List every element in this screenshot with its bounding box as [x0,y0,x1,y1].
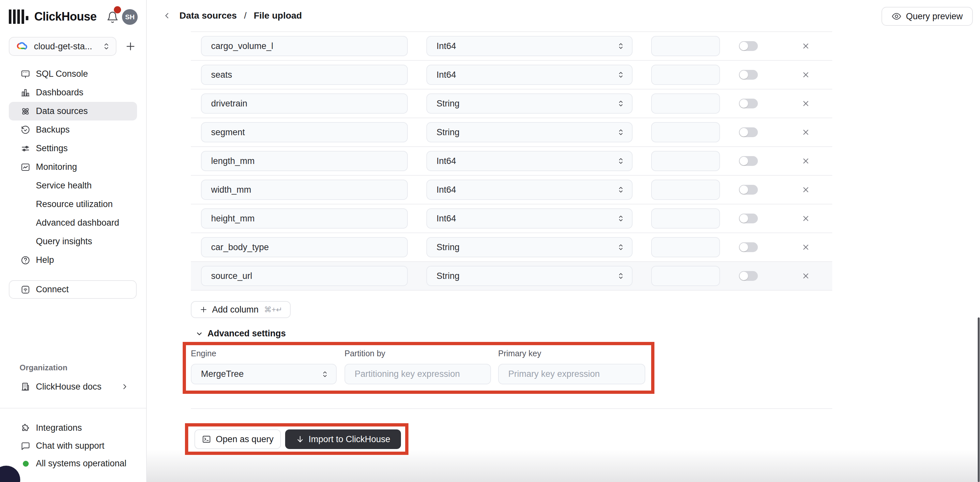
default-value-input[interactable] [651,36,720,56]
column-type-select[interactable]: Int64 [426,208,633,228]
column-toggle[interactable] [739,41,758,51]
column-toggle[interactable] [739,156,758,166]
column-type-select[interactable]: Int64 [426,151,633,171]
table-row: Int64 [191,61,832,89]
column-toggle[interactable] [739,185,758,195]
column-name-input[interactable] [201,36,408,56]
sidebar-item-integrations[interactable]: Integrations [9,419,138,437]
sidebar-item-dashboards[interactable]: Dashboards [9,83,137,102]
chevron-updown-icon [617,70,625,79]
column-toggle[interactable] [739,242,758,252]
column-type-select[interactable]: Int64 [426,180,633,200]
sidebar-item-query-insights[interactable]: Query insights [9,232,137,251]
default-value-input[interactable] [651,151,720,171]
toggle-knob [740,214,748,223]
remove-column-icon[interactable] [802,99,810,108]
column-toggle[interactable] [739,70,758,80]
column-type-select[interactable]: String [426,93,633,113]
clickhouse-logo[interactable]: ClickHouse [9,9,97,24]
sidebar-item-backups[interactable]: Backups [9,120,137,139]
sidebar-item-service-health[interactable]: Service health [9,176,137,195]
column-toggle[interactable] [739,214,758,223]
column-type-select[interactable]: String [426,266,633,286]
system-status[interactable]: All systems operational [9,455,138,472]
default-value-input[interactable] [651,122,720,142]
query-preview-label: Query preview [906,11,963,22]
sidebar-nav: SQL Console Dashboards Data sources Back… [9,65,137,270]
sidebar-item-label: Backups [36,125,70,135]
sidebar-item-label: Monitoring [36,162,77,172]
column-toggle[interactable] [739,271,758,281]
column-type-select[interactable]: String [426,237,633,257]
toggle-knob [740,157,748,165]
back-chevron-icon[interactable] [162,11,172,20]
add-service-button[interactable] [123,38,138,54]
remove-column-icon[interactable] [802,157,810,165]
columns-table: Int64 Int64 String [191,31,832,290]
partition-by-input[interactable] [345,364,491,385]
remove-column-icon[interactable] [802,243,810,251]
default-value-input[interactable] [651,237,720,257]
chevron-updown-icon [617,214,625,223]
vertical-scrollbar[interactable] [978,318,980,482]
avatar[interactable]: SH [122,9,138,25]
sidebar-item-label: Dashboards [36,88,84,97]
remove-column-icon[interactable] [802,214,810,223]
open-as-query-button[interactable]: Open as query [194,429,281,449]
table-row: Int64 [191,147,832,176]
column-name-input[interactable] [201,208,408,228]
default-value-input[interactable] [651,65,720,85]
column-type-value: Int64 [436,41,456,51]
remove-column-icon[interactable] [802,70,810,79]
column-name-input[interactable] [201,237,408,257]
sidebar-item-clickhouse-docs[interactable]: ClickHouse docs [9,377,138,396]
sidebar-item-data-sources[interactable]: Data sources [9,102,137,120]
default-value-input[interactable] [651,180,720,200]
footer-item-label: Integrations [36,423,82,433]
sidebar-item-label: Data sources [36,106,88,116]
connect-button[interactable]: Connect [9,280,137,299]
footer-item-label: Chat with support [36,441,104,451]
column-toggle[interactable] [739,128,758,137]
sidebar-item-settings[interactable]: Settings [9,139,137,158]
remove-column-icon[interactable] [802,272,810,280]
terminal-icon [202,434,212,444]
sidebar-item-advanced-dashboard[interactable]: Advanced dashboard [9,214,137,232]
query-preview-button[interactable]: Query preview [881,7,973,26]
remove-column-icon[interactable] [802,128,810,137]
sidebar-item-label: SQL Console [36,69,88,79]
column-type-select[interactable]: Int64 [426,36,633,56]
service-selector[interactable]: cloud-get-sta... [9,37,116,56]
table-row: String [191,118,832,147]
chevron-down-icon [195,329,204,338]
column-type-select[interactable]: String [426,122,633,142]
remove-column-icon[interactable] [802,42,810,50]
sidebar-item-resource-utilization[interactable]: Resource utilization [9,195,137,214]
column-name-input[interactable] [201,151,408,171]
column-name-input[interactable] [201,65,408,85]
engine-select[interactable]: MergeTree [191,364,337,385]
default-value-input[interactable] [651,93,720,113]
sidebar-item-chat-with-support[interactable]: Chat with support [9,437,138,455]
breadcrumb-data-sources[interactable]: Data sources [180,10,237,21]
column-type-select[interactable]: Int64 [426,65,633,85]
column-name-input[interactable] [201,93,408,113]
add-column-button[interactable]: Add column ⌘+↵ [191,301,291,318]
sidebar-item-help[interactable]: Help [9,251,137,270]
dashboards-icon [21,88,30,97]
column-name-input[interactable] [201,180,408,200]
sidebar-item-sql-console[interactable]: SQL Console [9,65,137,83]
default-value-input[interactable] [651,208,720,228]
column-name-input[interactable] [201,122,408,142]
default-value-input[interactable] [651,266,720,286]
primary-key-input[interactable] [498,364,645,385]
column-name-input[interactable] [201,266,408,286]
sidebar: ClickHouse SH cloud-get-sta... [0,0,147,482]
logo-text: ClickHouse [34,10,97,24]
sidebar-item-monitoring[interactable]: Monitoring [9,158,137,176]
import-to-clickhouse-button[interactable]: Import to ClickHouse [285,429,401,449]
remove-column-icon[interactable] [802,185,810,194]
toggle-knob [740,243,748,251]
advanced-settings-toggle[interactable]: Advanced settings [195,329,286,338]
column-toggle[interactable] [739,99,758,109]
